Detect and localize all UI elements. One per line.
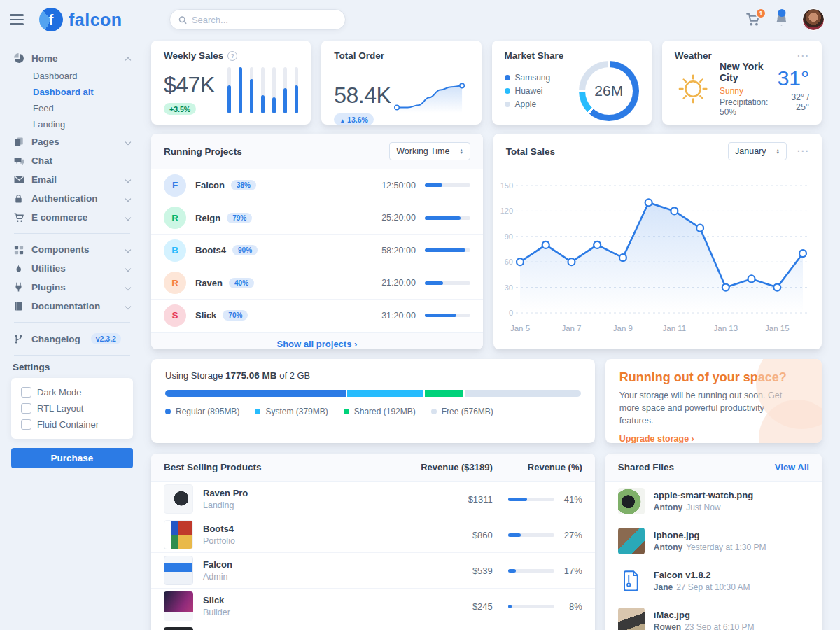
product-name-link[interactable]: Boots4 [203, 524, 234, 534]
sidebar-item-components[interactable]: Components [11, 240, 133, 259]
project-progress-track [425, 281, 470, 285]
rtl-layout-checkbox[interactable] [21, 403, 31, 414]
hamburger-menu-icon[interactable] [10, 13, 28, 27]
view-all-link[interactable]: View All [775, 462, 809, 472]
market-share-card: Market Share SamsungHuaweiApple 26M [492, 41, 652, 125]
chart-pie-icon [14, 53, 25, 64]
navbar-actions: 1 [746, 8, 829, 31]
book-icon [14, 301, 25, 312]
project-name-link[interactable]: Falcon [195, 180, 225, 190]
total-sales-card: Total Sales January ▲▼ ⋯ 0306090120150Ja… [493, 134, 822, 349]
file-name-link[interactable]: Falcon v1.8.2 [654, 570, 711, 580]
project-row-raven: RRaven40%21:20:00 [151, 267, 483, 300]
purchase-button[interactable]: Purchase [11, 448, 133, 468]
sidebar-item-email[interactable]: Email [11, 170, 133, 189]
running-projects-card: Running Projects Working Time ▲▼ FFalcon… [151, 134, 483, 349]
file-meta: AntonyYesterday at 1:30 PM [654, 542, 766, 552]
total-order-card: Total Order 58.4K ▲ 13.6% [321, 41, 481, 125]
working-time-select[interactable]: Working Time ▲▼ [389, 142, 470, 160]
file-thumbnail [618, 488, 645, 514]
product-percent: 17% [554, 566, 582, 576]
product-progress-fill [508, 498, 527, 501]
product-progress-track [508, 533, 554, 537]
product-list: Raven ProLanding$131141%Boots4Portfolio$… [151, 482, 595, 630]
sidebar-item-feed[interactable]: Feed [11, 100, 133, 116]
storage-title: Using Storage 1775.06 MB of 2 GB [165, 370, 581, 381]
bar-fill [272, 97, 276, 113]
cart-button[interactable]: 1 [746, 13, 761, 27]
project-percent-badge: 40% [229, 278, 254, 288]
show-all-projects-link[interactable]: Show all projects › [276, 339, 357, 349]
legend-label: Apple [515, 99, 537, 109]
sidebar-item-changelog[interactable]: Changelogv2.3.2 [11, 329, 133, 349]
file-row-iphone-jpg: iphone.jpgAntonyYesterday at 1:30 PM [606, 522, 822, 561]
weather-title: Weather [675, 50, 712, 61]
upgrade-storage-link[interactable]: Upgrade storage › [620, 434, 694, 443]
sidebar-item-pages[interactable]: Pages [11, 132, 133, 151]
cart-count-badge: 1 [755, 8, 766, 19]
project-name-link[interactable]: Boots4 [195, 245, 226, 255]
sidebar-item-landing[interactable]: Landing [11, 116, 133, 132]
file-row-imac-jpg: iMac.jpgRowen23 Sep at 6:10 PM [606, 601, 822, 630]
cart-icon [14, 213, 25, 223]
legend-label: System (379MB) [265, 407, 328, 416]
month-select[interactable]: January ▲▼ [728, 142, 787, 160]
user-avatar[interactable] [802, 8, 825, 31]
project-avatar: B [164, 239, 186, 262]
product-name-link[interactable]: Raven Pro [203, 488, 248, 498]
product-progress-fill [508, 569, 516, 573]
svg-text:150: 150 [500, 181, 512, 190]
file-name-link[interactable]: iphone.jpg [654, 530, 700, 540]
notifications-button[interactable] [775, 13, 788, 27]
product-info: Boots4Portfolio [203, 524, 420, 546]
svg-text:Jan 9: Jan 9 [613, 324, 633, 332]
dark-mode-checkbox[interactable] [21, 387, 31, 398]
storage-segment-free-576mb [465, 390, 581, 397]
sidebar-item-e-commerce[interactable]: E commerce [11, 208, 133, 227]
sidebar-item-authentication[interactable]: Authentication [11, 189, 133, 208]
help-icon[interactable]: ? [227, 51, 237, 61]
product-name-link[interactable]: Slick [203, 595, 224, 606]
project-name-link[interactable]: Raven [195, 278, 223, 288]
product-row [151, 624, 595, 630]
weather-menu-icon[interactable]: ⋯ [797, 53, 809, 59]
storage-card: Using Storage 1775.06 MB of 2 GB Regular… [151, 359, 595, 443]
upgrade-space-card: Running out of your space? Your storage … [606, 359, 822, 443]
product-revenue: $1311 [420, 494, 493, 505]
sidebar-item-dashboard-alt[interactable]: Dashboard alt [11, 84, 133, 100]
chevron-up-icon [125, 57, 131, 62]
file-name-link[interactable]: apple-smart-watch.png [654, 490, 753, 500]
product-row-boots4: Boots4Portfolio$86027% [151, 517, 595, 553]
sidebar-item-dashboard[interactable]: Dashboard [11, 68, 133, 84]
sidebar-item-home[interactable]: Home [11, 49, 133, 68]
checkbox-label: Dark Mode [37, 387, 82, 398]
product-name-link[interactable]: Falcon [203, 559, 232, 570]
project-name-link[interactable]: Slick [195, 310, 216, 321]
product-percent: 27% [554, 530, 582, 540]
product-row-falcon: FalconAdmin$53917% [151, 553, 595, 589]
product-revenue: $245 [420, 601, 493, 612]
falcon-logo[interactable]: f falcon [39, 8, 144, 31]
bar-fill [239, 67, 242, 113]
sidebar-item-label: Documentation [31, 301, 100, 312]
weather-range: 32° / 25° [776, 92, 809, 112]
fluid-container-checkbox[interactable] [21, 419, 31, 430]
project-avatar: R [164, 206, 186, 229]
sidebar-item-plugins[interactable]: Plugins [11, 278, 133, 297]
sidebar-item-label: Home [31, 53, 58, 64]
market-share-legend: SamsungHuaweiApple [505, 73, 551, 109]
product-info: Raven ProLanding [203, 488, 420, 510]
total-order-spark-chart [391, 61, 468, 125]
sidebar-item-documentation[interactable]: Documentation [11, 297, 133, 316]
project-name-link[interactable]: Reign [195, 213, 220, 223]
chevron-down-icon [125, 139, 131, 144]
search-box[interactable] [169, 9, 346, 30]
legend-label: Regular (895MB) [176, 407, 239, 416]
search-input[interactable] [192, 15, 337, 25]
file-name-link[interactable]: iMac.jpg [654, 610, 690, 620]
sidebar-item-chat[interactable]: Chat [11, 151, 133, 170]
total-sales-menu-icon[interactable]: ⋯ [797, 148, 809, 154]
sidebar-item-utilities[interactable]: Utilities [11, 259, 133, 278]
storage-progress-bar [165, 390, 581, 397]
svg-text:60: 60 [505, 258, 513, 266]
